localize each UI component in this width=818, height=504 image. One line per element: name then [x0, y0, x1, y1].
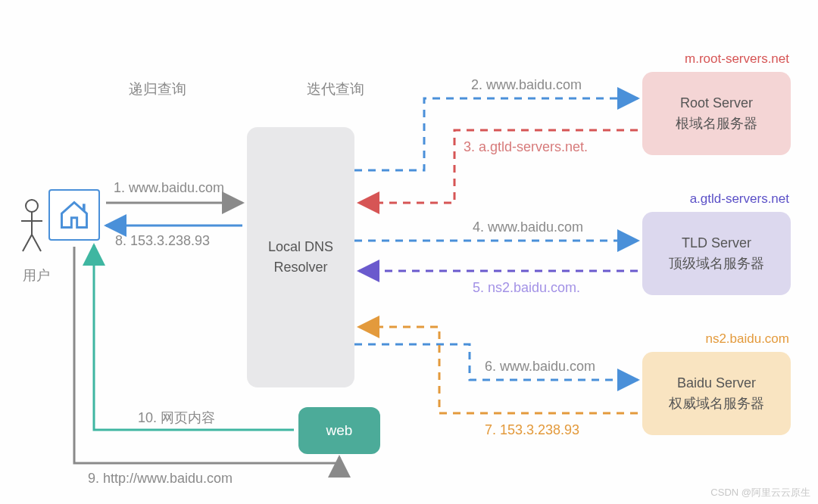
label-step4: 4. www.baidu.com [473, 219, 583, 235]
root-caption: m.root-servers.net [685, 51, 789, 67]
iterative-label: 迭代查询 [307, 79, 364, 99]
label-step2: 2. www.baidu.com [471, 77, 582, 93]
label-step10: 10. 网页内容 [138, 409, 215, 427]
resolver-box: Local DNS Resolver [247, 127, 354, 387]
tld-line1: TLD Server [682, 233, 751, 254]
auth-line2: 权威域名服务器 [669, 394, 764, 414]
recursive-label: 递归查询 [129, 79, 186, 99]
resolver-line1: Local DNS [268, 237, 333, 257]
web-box: web [298, 407, 380, 454]
arrow-step2 [354, 98, 638, 170]
label-step1: 1. www.baidu.com [114, 180, 224, 196]
auth-caption: ns2.baidu.com [705, 331, 789, 347]
auth-server-box: Baidu Server 权威域名服务器 [642, 352, 791, 435]
watermark: CSDN @阿里云云原生 [710, 486, 810, 499]
web-label: web [326, 422, 353, 439]
user-icon [18, 197, 45, 257]
tld-server-box: TLD Server 顶级域名服务器 [642, 212, 791, 295]
label-step3: 3. a.gtld-servers.net. [464, 139, 588, 155]
svg-point-1 [26, 200, 38, 212]
tld-caption: a.gtld-servers.net [690, 191, 789, 207]
tld-line2: 顶级域名服务器 [669, 254, 764, 274]
label-step5: 5. ns2.baidu.com. [473, 280, 580, 296]
label-step7: 7. 153.3.238.93 [485, 422, 579, 438]
label-step9: 9. http://www.baidu.com [88, 471, 233, 487]
home-icon [58, 198, 91, 232]
root-line2: 根域名服务器 [676, 114, 757, 134]
svg-line-5 [32, 235, 41, 251]
root-server-box: Root Server 根域名服务器 [642, 72, 791, 155]
auth-line1: Baidu Server [677, 373, 756, 394]
resolver-line2: Resolver [273, 257, 327, 278]
svg-line-4 [23, 235, 32, 251]
label-step6: 6. www.baidu.com [485, 359, 595, 375]
label-step8: 8. 153.3.238.93 [115, 233, 210, 249]
user-label: 用户 [23, 266, 50, 285]
root-line1: Root Server [680, 93, 753, 114]
user-box [48, 189, 100, 241]
svg-rect-0 [83, 204, 86, 210]
